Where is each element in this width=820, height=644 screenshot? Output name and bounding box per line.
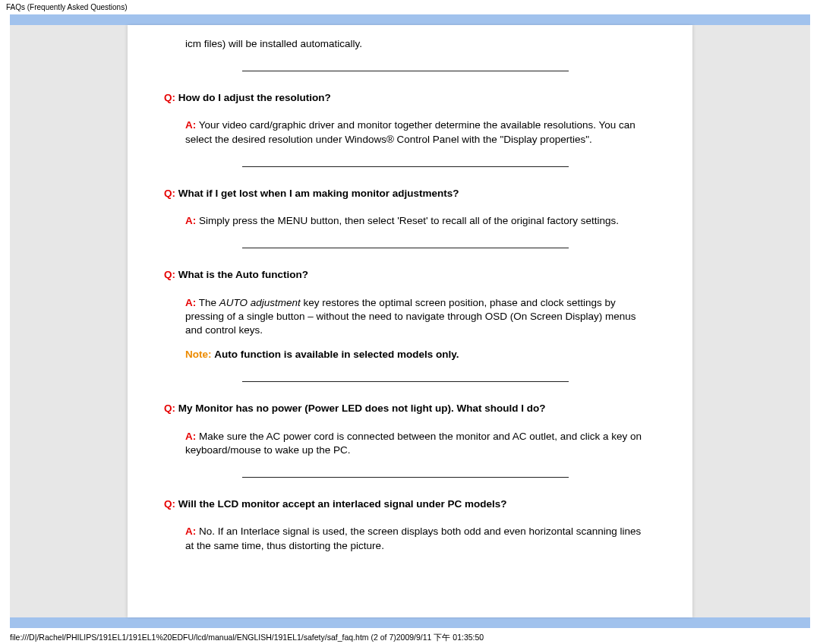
q-prefix: Q: [164, 188, 175, 199]
a-prefix: A: [185, 119, 196, 131]
faq-item: Q: What is the Auto function? A: The AUT… [164, 268, 647, 361]
q-prefix: Q: [164, 402, 175, 414]
continuation-text: icm files) will be installed automatical… [164, 25, 647, 51]
a-text: No. If an Interlace signal is used, the … [185, 526, 641, 551]
a-prefix: A: [185, 215, 196, 226]
blue-border: icm files) will be installed automatical… [10, 14, 810, 628]
faq-item: Q: Will the LCD monitor accept an interl… [164, 497, 647, 553]
footer-path: file:///D|/Rachel/PHILIPS/191EL1/191EL1%… [0, 628, 820, 643]
faq-answer: A: The AUTO adjustment key restores the … [185, 296, 647, 338]
q-text: How do I adjust the resolution? [178, 92, 331, 103]
a-text: Your video card/graphic driver and monit… [185, 119, 636, 144]
separator [242, 248, 569, 248]
faq-question: Q: Will the LCD monitor accept an interl… [164, 497, 647, 511]
note-prefix: Note: [185, 349, 212, 360]
separator [242, 381, 569, 382]
a-em: AUTO adjustment [219, 297, 301, 308]
note-text: Auto function is available in selected m… [214, 349, 459, 360]
content-area: icm files) will be installed automatical… [143, 25, 677, 553]
q-prefix: Q: [164, 92, 175, 103]
document-page: icm files) will be installed automatical… [128, 25, 692, 617]
faq-item: Q: My Monitor has no power (Power LED do… [164, 402, 647, 457]
separator [242, 71, 569, 71]
separator [242, 477, 569, 478]
faq-answer: A: Simply press the MENU button, then se… [185, 214, 647, 228]
q-prefix: Q: [164, 498, 175, 510]
faq-note: Note: Auto function is available in sele… [185, 348, 647, 361]
window-title: FAQs (Frequently Asked Questions) [0, 0, 820, 14]
a-prefix: A: [185, 526, 196, 537]
outer-frame: icm files) will be installed automatical… [0, 14, 820, 628]
faq-question: Q: What is the Auto function? [164, 268, 647, 282]
faq-answer: A: Your video card/graphic driver and mo… [185, 118, 647, 146]
a-text: Make sure the AC power cord is connected… [185, 431, 642, 456]
q-text: My Monitor has no power (Power LED does … [178, 402, 546, 414]
a-prefix: A: [185, 297, 196, 308]
q-prefix: Q: [164, 269, 175, 280]
faq-question: Q: How do I adjust the resolution? [164, 91, 647, 105]
q-text: What is the Auto function? [178, 269, 308, 280]
faq-question: Q: My Monitor has no power (Power LED do… [164, 402, 647, 415]
faq-answer: A: No. If an Interlace signal is used, t… [185, 525, 647, 552]
separator [242, 166, 569, 167]
a-text: Simply press the MENU button, then selec… [199, 215, 619, 226]
q-text: What if I get lost when I am making moni… [178, 188, 459, 199]
gray-background: icm files) will be installed automatical… [10, 25, 810, 617]
q-text: Will the LCD monitor accept an interlace… [178, 498, 507, 510]
faq-answer: A: Make sure the AC power cord is connec… [185, 430, 647, 457]
faq-question: Q: What if I get lost when I am making m… [164, 187, 647, 200]
faq-item: Q: How do I adjust the resolution? A: Yo… [164, 91, 647, 147]
faq-item: Q: What if I get lost when I am making m… [164, 187, 647, 228]
a-text: The AUTO adjustment key restores the opt… [185, 297, 636, 336]
a-prefix: A: [185, 431, 196, 442]
a-pre: The [199, 297, 219, 308]
